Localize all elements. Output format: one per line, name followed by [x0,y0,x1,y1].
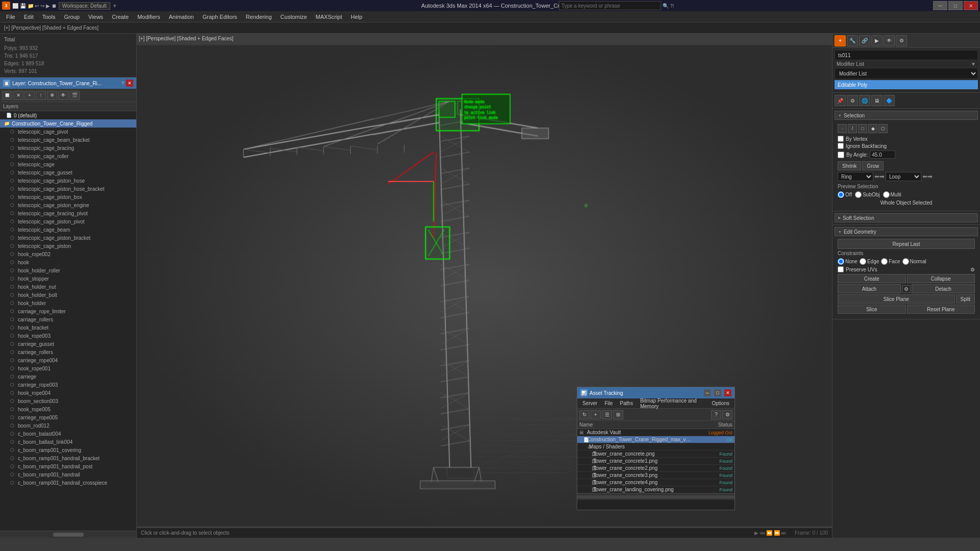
lm-delete[interactable]: ✕ [13,91,23,100]
collapse-button[interactable]: Collapse [907,274,975,283]
menu-views[interactable]: Views [84,13,107,21]
list-item[interactable]: ⬡ hook_rope004 [0,389,136,397]
at-row-map4[interactable]: 🖼 Tower_crane_concrete4.png Found [577,479,734,486]
grow-button[interactable]: Grow [862,161,884,170]
list-item[interactable]: ⬡ telescopic_cage_piston_pivot [0,217,136,226]
at-menu-file[interactable]: File [601,400,616,406]
asset-tracking-maximize[interactable]: □ [714,389,721,396]
by-angle-input[interactable] [870,151,895,159]
list-item[interactable]: ⬡ hook_bracket [0,323,136,332]
editable-poly-entry[interactable]: Editable Poly [835,80,978,89]
border-icon[interactable]: □ [858,124,867,133]
create-tab[interactable]: ✦ [835,35,846,46]
modifier-icon-disp[interactable]: 🖥 [871,95,883,106]
list-item[interactable]: ⬡ carriege_rope003 [0,381,136,389]
menu-help[interactable]: Help [347,13,366,21]
list-item[interactable]: ⬡ telescopic_cage_piston_hose_bracket [0,185,136,193]
split-button[interactable]: Split [956,294,975,304]
utilities-tab[interactable]: ⚙ [896,35,907,46]
at-row-file[interactable]: 📄 Construction_Tower_Crane_Rigged_max_vr… [577,436,734,443]
lm-hide[interactable]: 👁 [58,91,68,100]
list-item[interactable]: ⬡ telescopic_cage_beam_bracket [0,136,136,144]
menu-maxscript[interactable]: MAXScript [311,13,346,21]
edge-icon[interactable]: / [848,124,857,133]
list-item[interactable]: ⬡ boom_rod012 [0,421,136,430]
list-item[interactable]: ⬡ telescopic_cage_piston_hose [0,177,136,185]
at-row-map1[interactable]: 🖼 Tower_crane_concrete1.png Found [577,458,734,465]
help-icon[interactable]: ⁈ [670,3,674,9]
soft-selection-header[interactable]: Soft Selection [835,213,978,222]
face-radio[interactable] [881,258,888,265]
at-row-map2[interactable]: 🖼 Tower_crane_concrete2.png Found [577,465,734,472]
list-item[interactable]: ⬡ hook_rope005 [0,405,136,413]
ring-select[interactable]: Ring [838,172,873,181]
by-angle-checkbox[interactable] [838,152,844,158]
at-row-maps[interactable]: 🗂 Maps / Shaders [577,443,734,450]
asset-tracking-scrollbar[interactable] [577,493,734,499]
menu-graph-editors[interactable]: Graph Editors [199,13,241,21]
at-menu-server[interactable]: Server [579,400,600,406]
preserve-uvs-checkbox[interactable] [838,266,844,272]
list-item[interactable]: ⬡ telescopic_cage_piston_engine [0,201,136,209]
lm-add[interactable]: + [24,91,35,100]
detach-button[interactable]: Detach [912,284,975,293]
menu-file[interactable]: File [2,13,19,21]
list-item[interactable]: ⬡ c_boom_balast004 [0,430,136,438]
lm-up[interactable]: ↑ [36,91,46,100]
subobj-radio[interactable] [855,191,862,198]
list-item[interactable]: ⬡ telescopic_cage_bracing [0,144,136,152]
list-item[interactable]: ⬡ carriege_rollers [0,348,136,356]
layer-item-default[interactable]: 📄 0 (default) [0,111,136,119]
list-item[interactable]: ⬡ hook_holder_nut [0,283,136,291]
hierarchy-tab[interactable]: 🔗 [859,35,870,46]
list-item[interactable]: ⬡ c_boom_ramp001_handrail_crosspiece [0,479,136,487]
by-vertex-checkbox[interactable] [838,136,844,142]
at-row-map5[interactable]: 🖼 Tower_crane_landing_covering.png Found [577,486,734,493]
at-refresh[interactable]: ↻ [579,410,590,419]
list-item[interactable]: ⬡ telescopic_cage_beam [0,226,136,234]
list-item[interactable]: ⬡ hook_holder [0,299,136,307]
list-item[interactable]: ⬡ telescopic_cage_piston [0,242,136,250]
multi-radio[interactable] [883,191,890,198]
element-icon[interactable]: ⬡ [878,124,888,133]
at-menu-options[interactable]: Options [709,400,732,406]
lm-render[interactable]: 🎬 [69,91,80,100]
maximize-button[interactable]: □ [948,1,963,10]
asset-tracking-minimize[interactable]: ─ [704,389,711,396]
ignore-backfacing-checkbox[interactable] [838,143,844,149]
modifier-icon-cfg[interactable]: ⚙ [847,95,858,106]
list-item[interactable]: ⬡ hook_rope001 [0,364,136,372]
list-item[interactable]: ⬡ telescopic_cage_gusset [0,168,136,177]
minimize-button[interactable]: ─ [933,1,947,10]
list-item[interactable]: ⬡ hook [0,258,136,266]
attach-settings-icon[interactable]: ⚙ [902,285,911,293]
layer-list[interactable]: 📄 0 (default) 📁 Construction_Tower_Crane… [0,111,136,531]
layer-item-crane[interactable]: 📁 Construction_Tower_Crane_Rigged [0,119,136,128]
edit-geometry-header[interactable]: Edit Geometry [835,227,978,236]
list-item[interactable]: ⬡ carriage_rollers [0,315,136,323]
slice-button[interactable]: Slice [838,305,906,314]
shrink-button[interactable]: Shrink [838,161,861,170]
close-button[interactable]: ✕ [964,1,978,10]
list-item[interactable]: ⬡ telescopic_cage_piston_box [0,193,136,201]
menu-animation[interactable]: Animation [165,13,198,21]
list-item[interactable]: ⬡ boom_section003 [0,397,136,405]
lm-new-layer[interactable]: 🔲 [2,91,12,100]
list-item[interactable]: ⬡ hook_holder_roller [0,266,136,274]
at-settings[interactable]: ⚙ [722,410,732,419]
list-item[interactable]: ⬡ telescopic_cage_bracing_pivot [0,209,136,217]
attach-button[interactable]: Attach [838,284,901,293]
list-item[interactable]: ⬡ hook_rope002 [0,250,136,258]
motion-tab[interactable]: ▶ [871,35,883,46]
menu-create[interactable]: Create [108,13,133,21]
menu-customize[interactable]: Customize [276,13,311,21]
workspace-selector[interactable]: Workspace: Default [59,2,110,10]
list-item[interactable]: ⬡ hook_stopper [0,274,136,283]
list-item[interactable]: ⬡ telescopic_cage_pivot [0,128,136,136]
list-item[interactable]: ⬡ carriege_rope005 [0,413,136,421]
vertex-icon[interactable]: · [838,124,847,133]
selection-rollout-header[interactable]: Selection [835,111,978,120]
menu-tools[interactable]: Tools [38,13,60,21]
layer-horizontal-scrollbar[interactable] [0,531,136,538]
none-radio[interactable] [838,258,844,265]
